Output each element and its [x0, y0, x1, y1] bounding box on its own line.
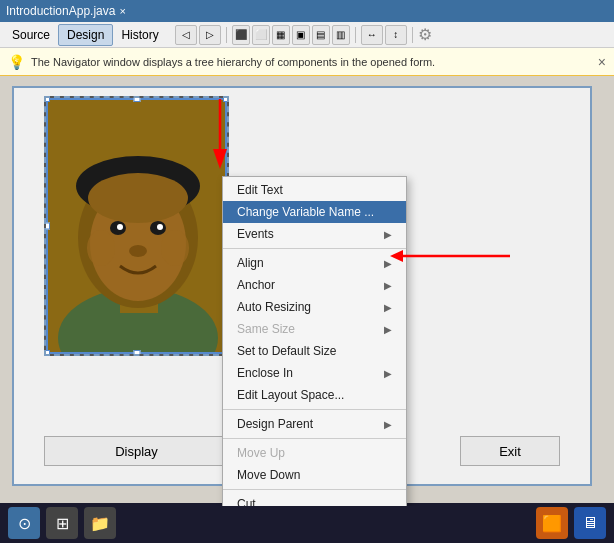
ctx-item-edit-layout-space[interactable]: Edit Layout Space... [223, 384, 406, 406]
menu-design[interactable]: Design [58, 24, 113, 46]
toolbar-btn-8[interactable]: ▥ [332, 25, 350, 45]
taskbar-icon-app2[interactable]: 🖥 [574, 507, 606, 539]
face-image [46, 98, 227, 354]
ctx-label-design-parent: Design Parent [237, 417, 313, 431]
title-bar-close[interactable]: × [115, 5, 129, 17]
ctx-item-design-parent[interactable]: Design Parent▶ [223, 413, 406, 435]
menu-history[interactable]: History [113, 25, 166, 45]
ctx-separator [223, 489, 406, 490]
ctx-item-change-variable-name[interactable]: Change Variable Name ... [223, 201, 406, 223]
ctx-label-edit-text: Edit Text [237, 183, 283, 197]
ctx-label-auto-resizing: Auto Resizing [237, 300, 311, 314]
context-menu: Edit TextChange Variable Name ...Events▶… [222, 176, 407, 506]
ctx-arrow-align: ▶ [384, 258, 392, 269]
ctx-item-move-down[interactable]: Move Down [223, 464, 406, 486]
design-area: Display Exit Edit TextChange Variable Na… [0, 76, 614, 506]
ctx-label-anchor: Anchor [237, 278, 275, 292]
toolbar-btn-2[interactable]: ▷ [199, 25, 221, 45]
toolbar-btn-4[interactable]: ⬜ [252, 25, 270, 45]
svg-point-12 [87, 230, 115, 266]
svg-point-9 [129, 245, 147, 257]
ctx-arrow-events: ▶ [384, 229, 392, 240]
ctx-item-anchor[interactable]: Anchor▶ [223, 274, 406, 296]
toolbar-btn-3[interactable]: ⬛ [232, 25, 250, 45]
svg-point-8 [157, 224, 163, 230]
ctx-item-set-default-size[interactable]: Set to Default Size [223, 340, 406, 362]
ctx-label-move-down: Move Down [237, 468, 300, 482]
ctx-item-events[interactable]: Events▶ [223, 223, 406, 245]
info-bar: 💡 The Navigator window displays a tree h… [0, 48, 614, 76]
taskbar-icon-app1[interactable]: 🟧 [536, 507, 568, 539]
toolbar-btn-1[interactable]: ◁ [175, 25, 197, 45]
toolbar-btn-6[interactable]: ▣ [292, 25, 310, 45]
ctx-label-same-size: Same Size [237, 322, 295, 336]
toolbar-btn-7[interactable]: ▤ [312, 25, 330, 45]
ctx-label-events: Events [237, 227, 274, 241]
ctx-label-edit-layout-space: Edit Layout Space... [237, 388, 344, 402]
info-text: The Navigator window displays a tree hie… [31, 56, 435, 68]
ctx-item-enclose-in[interactable]: Enclose In▶ [223, 362, 406, 384]
menu-source[interactable]: Source [4, 25, 58, 45]
ctx-item-same-size: Same Size▶ [223, 318, 406, 340]
info-close-button[interactable]: × [598, 54, 606, 70]
svg-point-7 [117, 224, 123, 230]
ctx-item-edit-text[interactable]: Edit Text [223, 179, 406, 201]
taskbar-icon-grid[interactable]: ⊞ [46, 507, 78, 539]
ctx-item-move-up: Move Up [223, 442, 406, 464]
toolbar-btn-5[interactable]: ▦ [272, 25, 290, 45]
ctx-label-enclose-in: Enclose In [237, 366, 293, 380]
taskbar-icon-search[interactable]: ⊙ [8, 507, 40, 539]
ctx-separator [223, 409, 406, 410]
info-icon: 💡 [8, 54, 25, 70]
title-bar-title: IntroductionApp.java [6, 4, 115, 18]
title-bar: IntroductionApp.java × [0, 0, 614, 22]
ctx-label-set-default-size: Set to Default Size [237, 344, 336, 358]
ctx-arrow-design-parent: ▶ [384, 419, 392, 430]
ctx-label-cut: Cut [237, 497, 256, 506]
exit-button[interactable]: Exit [460, 436, 560, 466]
toolbar-btn-9[interactable]: ↔ [361, 25, 383, 45]
svg-point-11 [88, 173, 188, 223]
ctx-label-align: Align [237, 256, 264, 270]
ctx-arrow-auto-resizing: ▶ [384, 302, 392, 313]
toolbar-btn-10[interactable]: ↕ [385, 25, 407, 45]
ctx-arrow-anchor: ▶ [384, 280, 392, 291]
ctx-label-change-variable-name: Change Variable Name ... [237, 205, 374, 219]
taskbar-icon-folder[interactable]: 📁 [84, 507, 116, 539]
display-button[interactable]: Display [44, 436, 229, 466]
ctx-item-auto-resizing[interactable]: Auto Resizing▶ [223, 296, 406, 318]
ctx-item-align[interactable]: Align▶ [223, 252, 406, 274]
ctx-item-cut[interactable]: Cut [223, 493, 406, 506]
menu-bar: Source Design History ◁ ▷ ⬛ ⬜ ▦ ▣ ▤ ▥ ↔ … [0, 22, 614, 48]
photo-area [44, 96, 229, 356]
ctx-separator [223, 438, 406, 439]
ctx-label-move-up: Move Up [237, 446, 285, 460]
ctx-separator [223, 248, 406, 249]
ctx-arrow-same-size: ▶ [384, 324, 392, 335]
ctx-arrow-enclose-in: ▶ [384, 368, 392, 379]
taskbar: ⊙ ⊞ 📁 🟧 🖥 [0, 503, 614, 543]
svg-point-13 [161, 230, 189, 266]
